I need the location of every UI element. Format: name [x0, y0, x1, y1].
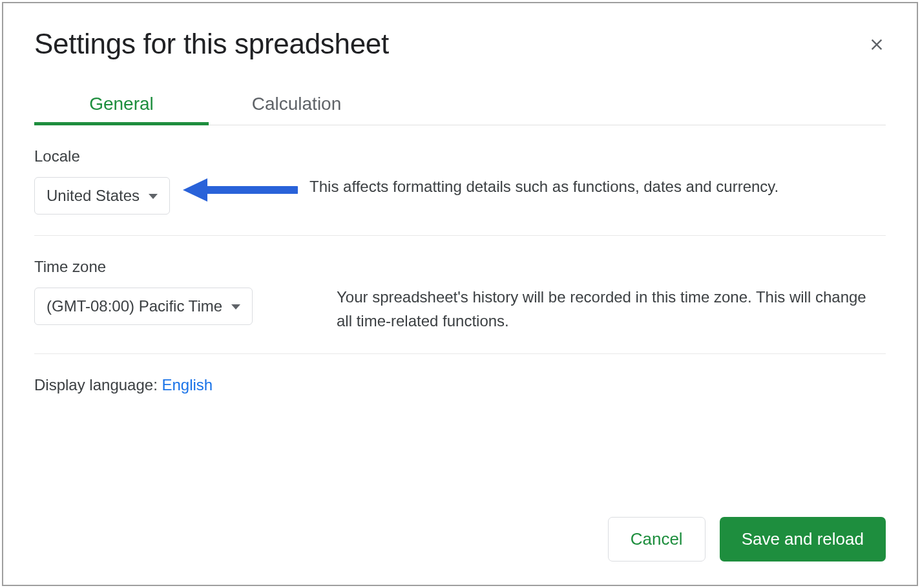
cancel-button[interactable]: Cancel: [608, 517, 706, 562]
display-language-row: Display language: English: [34, 354, 886, 394]
tabs: General Calculation: [34, 94, 886, 125]
locale-value: United States: [47, 187, 140, 205]
dialog-body: Locale United States This affects format…: [34, 125, 886, 498]
dialog-title: Settings for this spreadsheet: [34, 28, 389, 60]
locale-label: Locale: [34, 147, 170, 165]
timezone-select[interactable]: (GMT-08:00) Pacific Time: [34, 288, 253, 325]
locale-select[interactable]: United States: [34, 177, 170, 215]
locale-section: Locale United States This affects format…: [34, 125, 886, 236]
close-icon: [868, 36, 886, 54]
timezone-section: Time zone (GMT-08:00) Pacific Time Your …: [34, 236, 886, 354]
dialog-header: Settings for this spreadsheet: [34, 28, 886, 60]
display-language-label: Display language:: [34, 376, 162, 394]
timezone-label: Time zone: [34, 258, 325, 276]
timezone-value: (GMT-08:00) Pacific Time: [47, 297, 222, 315]
arrow-left-icon: [182, 176, 298, 204]
locale-description: This affects formatting details such as …: [309, 147, 886, 198]
caret-down-icon: [149, 194, 158, 199]
caret-down-icon: [231, 304, 240, 310]
annotation-arrow: [182, 147, 298, 204]
tab-general[interactable]: General: [34, 94, 209, 125]
save-and-reload-button[interactable]: Save and reload: [720, 517, 886, 562]
svg-marker-1: [183, 178, 207, 202]
dialog-footer: Cancel Save and reload: [34, 498, 886, 562]
settings-dialog: Settings for this spreadsheet General Ca…: [2, 2, 918, 586]
timezone-description: Your spreadsheet's history will be recor…: [337, 258, 886, 333]
display-language-link[interactable]: English: [162, 376, 213, 394]
tab-calculation[interactable]: Calculation: [209, 94, 384, 125]
close-button[interactable]: [864, 32, 890, 58]
